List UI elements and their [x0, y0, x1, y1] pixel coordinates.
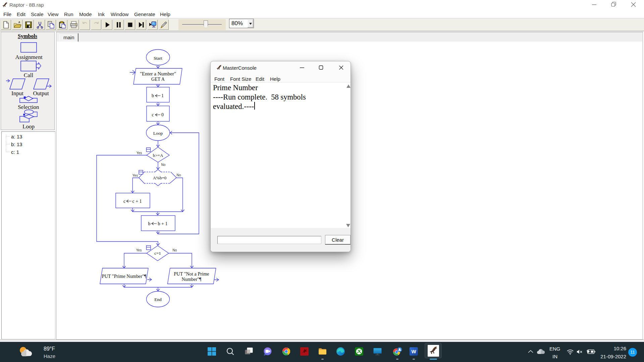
svg-text:W: W: [411, 349, 416, 354]
svg-text:Output: Output: [33, 90, 49, 97]
svg-text:Input: Input: [11, 90, 23, 97]
svg-text:Assignment: Assignment: [15, 54, 43, 60]
svg-text:Symbols: Symbols: [18, 33, 37, 39]
svg-text:Loop: Loop: [22, 123, 35, 130]
svg-text:Selection: Selection: [18, 104, 39, 110]
svg-text:Call: Call: [24, 72, 34, 78]
